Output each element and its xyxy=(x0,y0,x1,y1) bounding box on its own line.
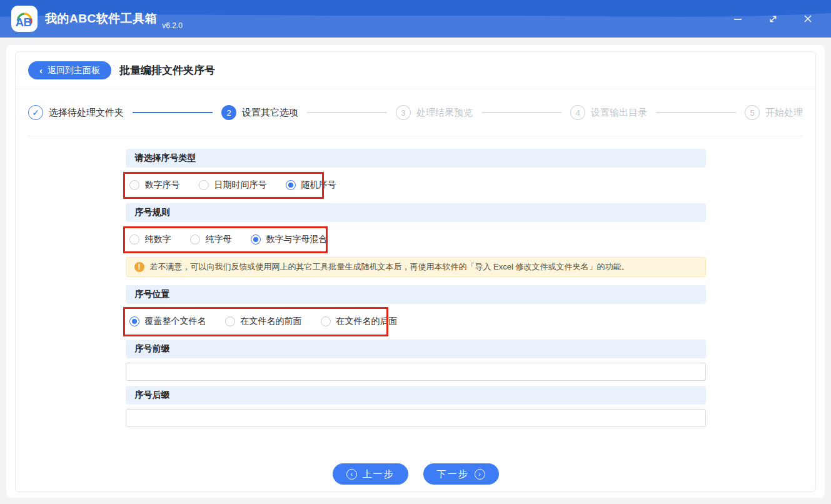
radio-circle xyxy=(190,234,200,244)
step-2-number: 2 xyxy=(221,105,236,120)
step-1-check-icon: ✓ xyxy=(28,105,43,120)
section-sequence-rule: 序号规则 纯数字 纯字母 数字与字母混合 xyxy=(126,203,706,277)
step-2-label: 设置其它选项 xyxy=(242,107,298,119)
app-version: v6.2.0 xyxy=(162,21,183,32)
radio-group-sequence-rule: 纯数字 纯字母 数字与字母混合 xyxy=(126,226,706,253)
radio-before-filename[interactable]: 在文件名的前面 xyxy=(225,316,302,327)
radio-label: 数字与字母混合 xyxy=(266,234,328,245)
radio-label: 随机序号 xyxy=(301,179,336,191)
next-step-button[interactable]: 下一步 › xyxy=(423,463,499,485)
radio-digits-only[interactable]: 纯数字 xyxy=(129,234,171,245)
section-header-sequence-rule: 序号规则 xyxy=(126,203,706,222)
step-connector xyxy=(656,112,736,113)
section-header-sequence-suffix: 序号后缀 xyxy=(126,386,706,405)
warning-icon: ! xyxy=(134,262,144,272)
radio-label: 纯字母 xyxy=(206,234,232,245)
radio-label: 在文件名的后面 xyxy=(336,316,398,327)
back-to-dashboard-button[interactable]: ‹ 返回到主面板 xyxy=(28,61,111,79)
back-button-label: 返回到主面板 xyxy=(48,65,100,76)
stepper: ✓ 选择待处理文件夹 2 设置其它选项 3 处理结果预览 xyxy=(28,89,803,136)
page-title: 批量编排文件夹序号 xyxy=(119,63,215,78)
wizard-navigation: ‹ 上一步 下一步 › xyxy=(126,463,706,485)
page-background: ‹ 返回到主面板 批量编排文件夹序号 ✓ 选择待处理文件夹 2 设置其它选项 xyxy=(0,38,831,504)
section-sequence-prefix: 序号前缀 xyxy=(126,340,706,381)
radio-group-sequence-type: 数字序号 日期时间序号 随机序号 xyxy=(126,172,706,198)
step-connector xyxy=(481,112,562,113)
previous-chevron-icon: ‹ xyxy=(346,469,357,480)
radio-circle xyxy=(129,234,139,244)
radio-digits-letters-mixed[interactable]: 数字与字母混合 xyxy=(251,234,328,245)
section-sequence-position: 序号位置 覆盖整个文件名 在文件名的前面 在文件 xyxy=(126,285,706,335)
step-3-label: 处理结果预览 xyxy=(416,107,473,119)
window-controls xyxy=(731,12,820,26)
radio-datetime-sequence[interactable]: 日期时间序号 xyxy=(199,179,267,191)
step-2-set-options: 2 设置其它选项 xyxy=(221,105,298,120)
next-step-label: 下一步 xyxy=(437,468,469,480)
suffix-input[interactable] xyxy=(126,409,706,427)
close-icon[interactable] xyxy=(801,12,815,26)
back-chevron-icon: ‹ xyxy=(39,66,43,75)
step-4-output-directory: 4 设置输出目录 xyxy=(570,105,647,120)
radio-circle xyxy=(251,234,261,244)
step-connector xyxy=(133,112,213,113)
radio-circle xyxy=(129,180,139,190)
radio-circle xyxy=(129,316,139,326)
radio-label: 覆盖整个文件名 xyxy=(145,316,206,327)
previous-step-label: 上一步 xyxy=(363,468,395,480)
radio-label: 纯数字 xyxy=(145,234,171,245)
radio-circle xyxy=(225,316,235,326)
main-card: ‹ 返回到主面板 批量编排文件夹序号 ✓ 选择待处理文件夹 2 设置其它选项 xyxy=(6,45,825,498)
step-4-number: 4 xyxy=(570,105,585,120)
radio-after-filename[interactable]: 在文件名的后面 xyxy=(321,316,398,327)
section-sequence-suffix: 序号后缀 xyxy=(126,386,706,427)
previous-step-button[interactable]: ‹ 上一步 xyxy=(333,463,408,485)
step-4-label: 设置输出目录 xyxy=(591,107,647,119)
step-3-preview-results: 3 处理结果预览 xyxy=(396,105,473,120)
maximize-icon[interactable] xyxy=(766,12,780,26)
radio-overwrite-filename[interactable]: 覆盖整个文件名 xyxy=(129,316,206,327)
step-connector xyxy=(307,112,387,113)
section-header-sequence-type: 请选择序号类型 xyxy=(126,149,706,168)
logo-letter-b: B xyxy=(24,16,32,29)
step-1-label: 选择待处理文件夹 xyxy=(49,107,124,119)
step-3-number: 3 xyxy=(396,105,411,120)
content-panel: ‹ 返回到主面板 批量编排文件夹序号 ✓ 选择待处理文件夹 2 设置其它选项 xyxy=(15,51,816,492)
minimize-icon[interactable] xyxy=(731,12,745,26)
radio-random-sequence[interactable]: 随机序号 xyxy=(286,179,336,191)
step-5-label: 开始处理 xyxy=(765,107,803,119)
radio-circle xyxy=(321,316,331,326)
radio-group-sequence-position: 覆盖整个文件名 在文件名的前面 在文件名的后面 xyxy=(126,308,706,335)
form-content: 请选择序号类型 数字序号 日期时间序号 随机序号 xyxy=(126,149,706,485)
radio-label: 数字序号 xyxy=(145,179,180,191)
prefix-input[interactable] xyxy=(126,363,706,381)
radio-label: 在文件名的前面 xyxy=(241,316,302,327)
panel-header: ‹ 返回到主面板 批量编排文件夹序号 xyxy=(16,52,815,89)
step-5-start-processing: 5 开始处理 xyxy=(745,105,803,120)
titlebar: A B 我的ABC软件工具箱 v6.2.0 xyxy=(0,0,831,38)
radio-label: 日期时间序号 xyxy=(214,179,267,191)
radio-circle xyxy=(199,180,209,190)
next-chevron-icon: › xyxy=(475,469,485,480)
app-title: 我的ABC软件工具箱 xyxy=(45,11,157,27)
radio-letters-only[interactable]: 纯字母 xyxy=(190,234,232,245)
app-logo: A B xyxy=(11,6,38,32)
section-header-sequence-position: 序号位置 xyxy=(126,285,706,304)
radio-numeric-sequence[interactable]: 数字序号 xyxy=(129,179,180,191)
step-1-select-folders: ✓ 选择待处理文件夹 xyxy=(28,105,124,120)
section-sequence-type: 请选择序号类型 数字序号 日期时间序号 随机序号 xyxy=(126,149,706,198)
step-5-number: 5 xyxy=(745,105,760,120)
warning-notice: ! 若不满意，可以向我们反馈或使用网上的其它工具批量生成随机文本后，再使用本软件… xyxy=(126,257,706,277)
section-header-sequence-prefix: 序号前缀 xyxy=(126,340,706,358)
radio-circle xyxy=(286,180,296,190)
warning-text: 若不满意，可以向我们反馈或使用网上的其它工具批量生成随机文本后，再使用本软件的「… xyxy=(150,261,630,273)
logo-letter-a: A xyxy=(16,16,24,29)
